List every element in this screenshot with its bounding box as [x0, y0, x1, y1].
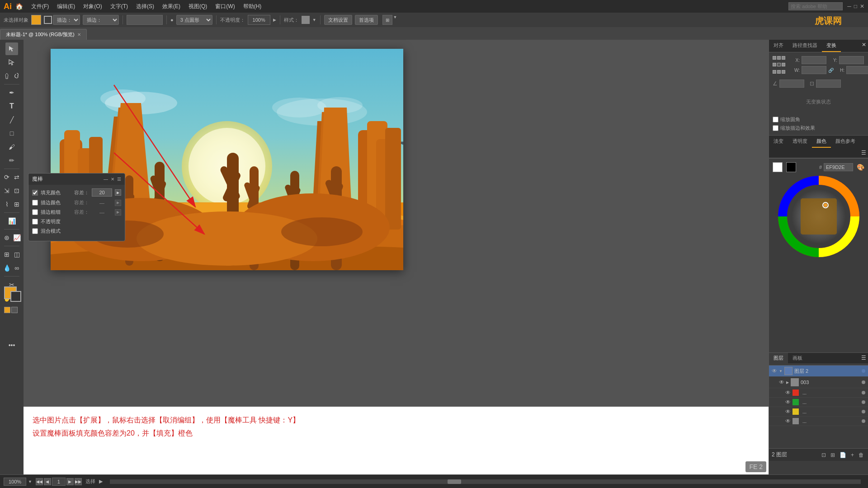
menu-text[interactable]: 文字(T)	[107, 2, 132, 11]
layer-eye-gray[interactable]: 👁	[785, 418, 791, 424]
panel-close-icon[interactable]: ✕	[111, 177, 114, 182]
scale-corners-cb[interactable]	[773, 117, 778, 122]
color-wheel-container[interactable]	[778, 176, 859, 257]
color-picker-icon[interactable]: 🎨	[857, 164, 864, 171]
doc-tab[interactable]: 未标题-1* @ 100% (RGB/预览) ✕	[0, 29, 87, 40]
layer-eye-2[interactable]: 👁	[772, 368, 777, 374]
layer-item-gray[interactable]: 👁 ...	[769, 417, 868, 426]
graph-tool[interactable]: 📊	[5, 215, 18, 227]
layout-dropdown[interactable]: ▼	[393, 15, 397, 25]
tolerance-up-btn[interactable]: ▶	[115, 189, 121, 196]
close-icon[interactable]: ✕	[860, 3, 864, 9]
opacity-checkbox[interactable]	[32, 219, 38, 225]
brush-select[interactable]: 描边：	[53, 15, 80, 25]
layer-item-yellow[interactable]: 👁 ...	[769, 407, 868, 417]
mini-color-1[interactable]	[4, 307, 10, 313]
symbol-tool[interactable]: ⊛	[2, 231, 11, 244]
style-dropdown-icon[interactable]: ▼	[312, 18, 316, 22]
layer-page-icon[interactable]: 📄	[838, 451, 848, 459]
direct-selection-tool[interactable]	[5, 56, 18, 69]
menu-select[interactable]: 选择(S)	[132, 2, 158, 11]
panel-menu-icon[interactable]: ☰	[117, 177, 121, 182]
x-input[interactable]	[802, 56, 826, 64]
minimize-icon[interactable]: ─	[847, 3, 851, 9]
maximize-icon[interactable]: □	[854, 3, 857, 9]
angle-input[interactable]	[779, 80, 804, 88]
pen-tool[interactable]: ✒	[5, 86, 18, 99]
menu-help[interactable]: 帮助(H)	[240, 2, 265, 11]
panel-pin-icon[interactable]: —	[104, 177, 108, 182]
fill-color-btn[interactable]	[31, 15, 41, 25]
warp-tool[interactable]: ⌇	[2, 198, 11, 211]
rotate-tool[interactable]: ⟳	[2, 171, 11, 183]
shape-tool[interactable]: □	[5, 127, 18, 140]
nav-next[interactable]: ▶	[66, 478, 74, 485]
tab-close-btn[interactable]: ✕	[77, 32, 81, 37]
layer-eye-yellow[interactable]: 👁	[785, 408, 791, 415]
gradient-tool[interactable]: ◫	[12, 248, 21, 261]
layer-item-red[interactable]: 👁 ...	[769, 388, 868, 398]
background-swatch[interactable]	[10, 291, 21, 302]
home-icon[interactable]: 🏠	[15, 3, 23, 10]
layer-item-2[interactable]: 👁 ▼ 图层 2	[769, 366, 868, 377]
tool-mode-select[interactable]: 插边：	[83, 15, 119, 25]
zoom-input[interactable]	[4, 478, 26, 486]
tab-transform[interactable]: 变换	[822, 40, 841, 52]
menu-file[interactable]: 文件(F)	[28, 2, 52, 11]
w-input[interactable]	[802, 66, 826, 74]
menu-edit[interactable]: 编辑(E)	[53, 2, 79, 11]
menu-effect[interactable]: 效果(E)	[159, 2, 184, 11]
shear-input[interactable]	[816, 80, 841, 88]
stroke-color-checkbox[interactable]	[32, 200, 38, 206]
text-tool[interactable]: T	[5, 100, 18, 113]
tab-align[interactable]: 对齐	[769, 40, 788, 52]
black-swatch[interactable]	[786, 162, 796, 172]
selection-tool[interactable]	[5, 42, 18, 55]
stroke-color-btn[interactable]	[44, 16, 52, 24]
y-input[interactable]	[839, 56, 864, 64]
menu-object[interactable]: 对象(O)	[80, 2, 105, 11]
line-tool[interactable]: ╱	[5, 113, 18, 126]
panel-close-btn[interactable]: ✕	[860, 40, 868, 52]
layer-expand-2[interactable]: ▼	[779, 369, 783, 373]
nav-prev[interactable]: ◀	[44, 478, 51, 485]
tolerance-input[interactable]	[92, 188, 112, 197]
hex-input[interactable]: EF9D2E	[824, 163, 853, 171]
layer-item-003[interactable]: 👁 ▶ 003	[769, 377, 868, 388]
paintbrush-tool[interactable]: 🖌	[5, 141, 18, 153]
layer-item-green[interactable]: 👁 ...	[769, 398, 868, 407]
menu-window[interactable]: 窗口(W)	[212, 2, 238, 11]
eyedropper-tool[interactable]: 💧	[2, 262, 11, 274]
doc-settings-btn[interactable]: 文档设置	[324, 15, 352, 25]
layout-icon[interactable]: ⊞	[382, 15, 392, 25]
blend-tool[interactable]: ∞	[12, 262, 21, 274]
layer-make-clip[interactable]: ⊡	[820, 451, 827, 459]
brush-shape-select[interactable]: 3 点圆形	[176, 15, 212, 25]
layer-eye-green[interactable]: 👁	[785, 399, 791, 405]
opacity-input[interactable]	[248, 15, 270, 25]
stroke-width-checkbox[interactable]	[32, 209, 38, 215]
tab-layers[interactable]: 图层	[769, 353, 788, 363]
free-transform-tool[interactable]: ⊞	[12, 198, 21, 211]
tab-transparency[interactable]: 透明度	[788, 136, 812, 148]
play-btn[interactable]: ▶	[99, 479, 103, 484]
layer-eye-003[interactable]: 👁	[779, 379, 784, 385]
layer-new-sublayer[interactable]: ⊞	[829, 451, 836, 459]
mesh-tool[interactable]: ⊞	[2, 248, 11, 261]
style-color[interactable]	[302, 16, 310, 24]
opacity-arrow[interactable]: ▶	[273, 18, 276, 22]
layer-expand-003[interactable]: ▶	[786, 380, 789, 385]
white-swatch[interactable]	[773, 162, 783, 172]
more-tools-btn[interactable]: •••	[5, 339, 18, 352]
layer-new[interactable]: +	[849, 451, 855, 459]
lock-icon[interactable]: 🔗	[828, 68, 834, 73]
stroke-tol-btn[interactable]: ▶	[115, 200, 121, 206]
scale-tool[interactable]: ⇲	[2, 184, 11, 197]
layer-trash[interactable]: 🗑	[857, 451, 865, 459]
preferences-btn[interactable]: 首选项	[355, 15, 378, 25]
mini-color-2[interactable]	[11, 307, 18, 313]
nav-first[interactable]: ◀◀	[36, 478, 43, 485]
lasso-tool[interactable]	[12, 70, 21, 82]
scale-strokes-cb[interactable]	[773, 125, 778, 131]
tab-color-ref[interactable]: 颜色参考	[831, 136, 860, 148]
